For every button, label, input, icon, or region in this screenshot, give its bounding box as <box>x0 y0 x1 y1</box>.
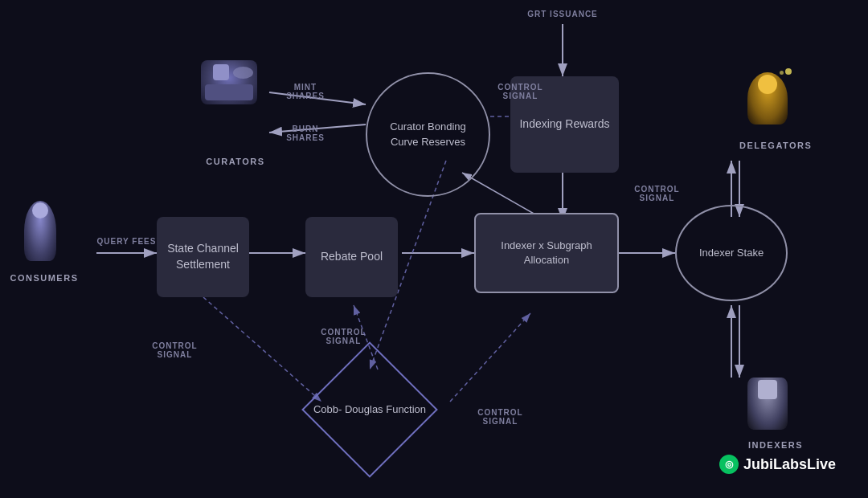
curators-figure-area <box>201 60 265 141</box>
watermark: ◎ JubiLabsLive <box>719 455 836 474</box>
control-signal-subgraph: CONTROL SIGNAL <box>631 185 683 202</box>
watermark-text: JubiLabsLive <box>743 456 836 473</box>
curator-bonding-curve-label: Curator Bonding Curve Reserves <box>375 120 481 149</box>
state-channel-label: State Channel Settlement <box>165 241 241 272</box>
mint-shares-label: MINT SHARES <box>277 83 334 100</box>
delegators-label: DELEGATORS <box>739 141 812 150</box>
rebate-pool-label: Rebate Pool <box>321 249 383 265</box>
indexer-subgraph-node: Indexer x Subgraph Allocation <box>474 213 619 293</box>
indexers-label: INDEXERS <box>739 440 812 450</box>
state-channel-node: State Channel Settlement <box>157 217 249 297</box>
consumers-label: CONSUMERS <box>8 273 80 283</box>
control-signal-curator: CONTROL SIGNAL <box>494 83 547 100</box>
svg-line-20 <box>450 313 530 402</box>
grt-issuance-label: GRT ISSUANCE <box>518 10 607 18</box>
indexer-stake-label: Indexer Stake <box>699 246 764 260</box>
cobb-douglas-container: Cobb- Douglas Function <box>305 357 434 462</box>
wechat-icon: ◎ <box>719 455 739 474</box>
cobb-douglas-label: Cobb- Douglas Function <box>313 402 426 417</box>
consumers-figure-area <box>24 201 56 261</box>
indexer-stake-node: Indexer Stake <box>675 205 788 301</box>
indexer-subgraph-label: Indexer x Subgraph Allocation <box>484 239 609 267</box>
curators-label: CURATORS <box>199 157 272 166</box>
main-diagram: GRT ISSUANCE Curator Bonding Curve Reser… <box>0 0 868 498</box>
curator-bonding-curve-node: Curator Bonding Curve Reserves <box>366 72 490 197</box>
query-fees-label: QUERY FEES <box>96 237 157 246</box>
rebate-pool-node: Rebate Pool <box>305 217 398 297</box>
control-signal-bottom-left: CONTROL SIGNAL <box>149 341 201 359</box>
indexers-figure-area <box>747 378 788 430</box>
burn-shares-label: BURN SHARES <box>277 124 334 142</box>
control-signal-rebate: CONTROL SIGNAL <box>317 328 370 345</box>
delegators-figure-area <box>747 72 788 124</box>
control-signal-right: CONTROL SIGNAL <box>474 408 526 426</box>
svg-line-21 <box>203 297 321 402</box>
indexing-rewards-label: Indexing Rewards <box>519 116 609 133</box>
